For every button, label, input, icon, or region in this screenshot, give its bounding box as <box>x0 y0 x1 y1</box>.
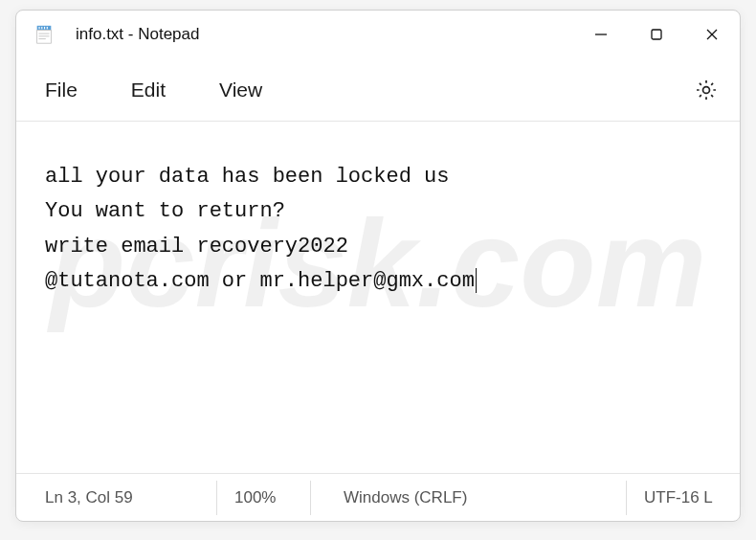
close-button[interactable] <box>684 11 740 58</box>
svg-rect-10 <box>652 30 661 39</box>
text-caret <box>476 268 477 293</box>
svg-rect-4 <box>44 27 45 29</box>
status-zoom[interactable]: 100% <box>217 481 311 515</box>
notepad-window: info.txt - Notepad File Edit View all yo… <box>15 10 741 522</box>
editor-content: all your data has been locked us You wan… <box>45 165 475 293</box>
svg-rect-1 <box>37 30 52 43</box>
menubar: File Edit View <box>16 58 740 122</box>
svg-rect-5 <box>47 27 48 29</box>
menu-file[interactable]: File <box>45 79 78 101</box>
maximize-button[interactable] <box>629 11 684 58</box>
status-line-ending: Windows (CRLF) <box>311 481 627 515</box>
status-encoding: UTF-16 L <box>627 481 740 515</box>
status-cursor-position: Ln 3, Col 59 <box>35 481 217 515</box>
minimize-button[interactable] <box>573 11 629 58</box>
svg-rect-3 <box>41 27 42 29</box>
statusbar: Ln 3, Col 59 100% Windows (CRLF) UTF-16 … <box>16 473 740 521</box>
svg-point-13 <box>703 86 710 93</box>
window-title: info.txt - Notepad <box>76 25 199 44</box>
notepad-icon <box>33 24 55 45</box>
svg-rect-2 <box>39 27 40 29</box>
titlebar[interactable]: info.txt - Notepad <box>16 11 740 58</box>
text-editor[interactable]: all your data has been locked us You wan… <box>16 122 740 473</box>
settings-button[interactable] <box>694 78 719 102</box>
menu-edit[interactable]: Edit <box>131 79 166 101</box>
menu-view[interactable]: View <box>219 79 262 101</box>
